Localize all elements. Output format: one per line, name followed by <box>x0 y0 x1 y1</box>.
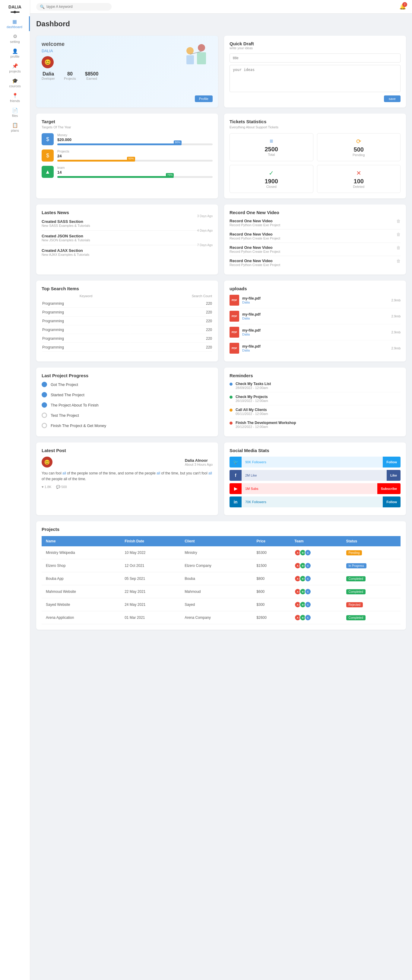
welcome-name: Dalia <box>42 71 55 77</box>
sidebar-item-label: profile <box>11 55 20 58</box>
table-row: Sayed Website 24 May 2021 Sayed $300 ABC… <box>42 598 401 611</box>
upload-name: my-file.pdf <box>242 312 388 317</box>
trash-icon[interactable]: 🗑 <box>396 232 401 237</box>
progress-fill-0 <box>57 143 182 145</box>
sidebar-item-profile[interactable]: 👤 profile <box>0 46 30 61</box>
pdf-icon: PDF <box>230 311 239 321</box>
pdf-icon: PDF <box>230 343 239 354</box>
reminder-dot <box>230 383 233 386</box>
reminder-item: Check My Projects 26/10/2022 - 12:00am <box>230 392 401 405</box>
project-price: $800 <box>252 572 290 585</box>
upload-size: 2.9mb <box>391 314 401 318</box>
upload-by: Dalia <box>242 348 388 352</box>
reminder-date: 28/09/2022 - 12:00am <box>236 386 271 390</box>
upload-info: my-file.pdf Dalia <box>242 328 388 336</box>
news-item-title: Created SASS Section <box>42 219 90 224</box>
project-date: 01 Mar 2021 <box>120 611 181 624</box>
sidebar-item-dashboard[interactable]: ▦ dashboard <box>0 16 30 31</box>
news-item-title: Created AJAX Section <box>42 248 89 253</box>
sidebar-item-courses[interactable]: 🎓 cources <box>0 75 30 90</box>
welcome-role: Dveloper <box>42 77 55 80</box>
ticket-label-3: Deleted <box>322 185 396 188</box>
news-items: Created SASS Section New SASS Examples &… <box>42 216 212 259</box>
upload-by: Dalia <box>242 332 388 336</box>
search-keyword: Programming <box>42 299 130 308</box>
record-item: Record One New Video Record Python Creat… <box>230 256 401 269</box>
ticket-label-1: Pending <box>322 153 396 157</box>
table-row: Elzero Shop 12 Oct 2021 Elzero Company $… <box>42 559 401 572</box>
project-team: ABC <box>290 598 342 611</box>
draft-content-textarea[interactable] <box>230 65 401 92</box>
step-label: The Project About To Finish <box>51 403 98 407</box>
draft-save-button[interactable]: save <box>384 95 401 102</box>
step-label: Finish The Project & Get Money <box>51 423 106 428</box>
sidebar-item-plans[interactable]: 📋 plans <box>0 120 30 135</box>
sidebar: DALIA ▦ dashboard ⚙ setting 👤 profile 📌 … <box>0 0 30 980</box>
trash-icon[interactable]: 🗑 <box>396 219 401 223</box>
post-stats: ♥ 1.8K 💬 500 <box>42 485 212 489</box>
project-name: Ministry Wikipedia <box>42 546 120 559</box>
project-progress-card: Last Project Progress Got The Project St… <box>36 368 218 436</box>
step-item: Test The Project <box>42 412 212 418</box>
team-avatar: C <box>304 588 311 595</box>
step-item: Got The Project <box>42 382 212 387</box>
projects-table: NameFinish DateClientPriceTeamStatus Min… <box>42 536 401 624</box>
reminder-info: Check My Tasks List 28/09/2022 - 12:00am <box>236 382 271 390</box>
step-item: Finish The Project & Get Money <box>42 423 212 428</box>
progress-bar-2: 75% <box>57 176 212 178</box>
search-input[interactable] <box>46 5 108 9</box>
project-team: ABC <box>290 559 342 572</box>
search-icon: 🔍 <box>40 5 44 9</box>
social-btn-1[interactable]: Like <box>387 470 401 481</box>
projects-icon: 📌 <box>12 63 18 69</box>
upload-item: PDF my-file.pdf Dalia 2.9mb <box>230 292 401 309</box>
record-item-title: Record One New Video <box>230 232 280 237</box>
team-avatar: C <box>304 614 311 621</box>
social-btn-2[interactable]: Subscribe <box>377 483 401 494</box>
project-name: Mahmoud Website <box>42 585 120 598</box>
search-count: 220 <box>130 317 212 325</box>
sidebar-item-setting[interactable]: ⚙ setting <box>0 31 30 46</box>
project-client: Mahmoud <box>181 585 252 598</box>
target-card: Target Targets Of The Year $ Money $20.0… <box>36 113 218 199</box>
social-stat-1: 2M Like <box>242 474 387 477</box>
trash-icon[interactable]: 🗑 <box>396 245 401 250</box>
sidebar-item-friends[interactable]: 📍 friends <box>0 90 30 105</box>
projects-thead: NameFinish DateClientPriceTeamStatus <box>42 536 401 546</box>
project-client: Elzero Company <box>181 559 252 572</box>
record-items: Record One New Video Record Python Creat… <box>230 216 401 269</box>
record-item-title: Record One New Video <box>230 259 280 263</box>
svg-point-1 <box>186 47 193 54</box>
project-date: 10 May 2022 <box>120 546 181 559</box>
post-comments: 💬 500 <box>56 485 67 489</box>
draft-title-input[interactable] <box>230 54 401 62</box>
ticket-num-3: 100 <box>322 178 396 185</box>
profile-button[interactable]: Profile <box>195 95 212 102</box>
progress-bar-1: 50% <box>57 160 212 162</box>
upload-name: my-file.pdf <box>242 328 388 332</box>
social-media-card: Social Media Stats 🐦 90K Followers Follo… <box>224 442 406 515</box>
search-count: 220 <box>130 344 212 352</box>
social-btn-0[interactable]: Follow <box>383 457 401 468</box>
record-item-sub: Record Python Create Exe Project <box>230 237 280 240</box>
trash-icon[interactable]: 🗑 <box>396 259 401 263</box>
progress-title: Last Project Progress <box>42 373 212 378</box>
record-title: Record One New Video <box>230 210 401 215</box>
team-avatars: ABC <box>295 575 338 582</box>
news-item: Created SASS Section New SASS Examples &… <box>42 216 212 231</box>
project-price: $2600 <box>252 611 290 624</box>
notification-bell[interactable]: 🔔 7 <box>399 3 406 10</box>
table-row: Programming 220 <box>42 299 212 308</box>
projects-tbody: Ministry Wikipedia 10 May 2022 Ministry … <box>42 546 401 624</box>
social-btn-3[interactable]: Follow <box>383 496 401 508</box>
target-title: Target <box>42 119 212 124</box>
target-info-2: team 14 75% <box>57 166 212 178</box>
sidebar-item-files[interactable]: 📄 files <box>0 105 30 120</box>
sidebar-item-label: files <box>12 114 18 118</box>
search-box[interactable]: 🔍 <box>36 3 112 11</box>
sidebar-item-projects[interactable]: 📌 projects <box>0 61 30 75</box>
search-count: 220 <box>130 299 212 308</box>
record-item: Record One New Video Record Python Creat… <box>230 229 401 243</box>
team-avatar: C <box>304 562 311 569</box>
team-avatars: ABC <box>295 562 338 569</box>
